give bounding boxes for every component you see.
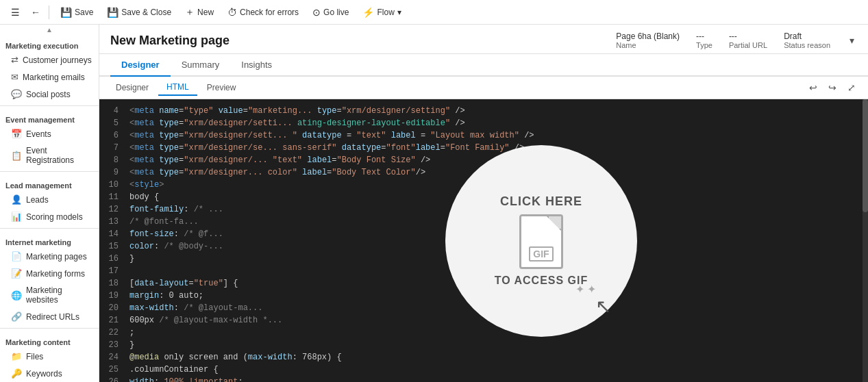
meta-type-value: ---: [696, 31, 712, 41]
line-number: 6: [99, 129, 124, 142]
sidebar-item-marketing-emails[interactable]: ✉ Marketing emails: [0, 68, 99, 86]
sidebar-item-scoring-models[interactable]: 📊 Scoring models: [0, 208, 99, 225]
sidebar-item-marketing-websites[interactable]: 🌐 Marketing websites: [0, 282, 99, 308]
section-marketing-execution: Marketing execution ⇄ Customer journeys …: [0, 35, 99, 103]
line-number: 14: [99, 228, 124, 240]
section-label-internet-marketing[interactable]: Internet marketing: [0, 231, 99, 248]
line-number: 7: [99, 142, 124, 154]
top-toolbar: ☰ ← 💾 Save 💾 Save & Close ＋ New ⏱ Check …: [0, 0, 868, 25]
sidebar-item-leads[interactable]: 👤 Leads: [0, 191, 99, 208]
code-editor[interactable]: 4567891011121314151617181920212223242526…: [99, 99, 868, 382]
line-number: 5: [99, 117, 124, 129]
meta-partial-url-label: Partial URL: [729, 41, 767, 49]
line-number: 20: [99, 302, 124, 314]
customer-journeys-icon: ⇄: [11, 55, 18, 65]
marketing-pages-icon: 📄: [11, 251, 22, 262]
code-line: .columnContainer {: [129, 364, 857, 376]
page-header: New Marketing page Page 6ha (Blank) Name…: [99, 25, 868, 54]
gif-file-icon: GIF: [519, 214, 563, 269]
content-area: New Marketing page Page 6ha (Blank) Name…: [99, 25, 868, 382]
files-icon: 📁: [11, 351, 22, 361]
redo-button[interactable]: ↪: [824, 79, 841, 96]
meta-name: Page 6ha (Blank) Name: [616, 31, 680, 49]
marketing-websites-icon: 🌐: [11, 290, 22, 301]
hamburger-menu[interactable]: ☰: [5, 4, 25, 21]
flow-button[interactable]: ⚡ Flow ▾: [357, 4, 406, 21]
go-live-icon: ⊙: [312, 7, 321, 18]
gif-overlay[interactable]: CLICK HERE GIF TO ACCESS GIF ✦ ✦ ↖: [445, 145, 637, 337]
section-divider-2: [0, 171, 99, 172]
back-button[interactable]: ←: [28, 4, 43, 21]
section-label-marketing-execution[interactable]: Marketing execution: [0, 35, 99, 51]
tab-insights[interactable]: Insights: [230, 54, 283, 77]
sub-tab-html[interactable]: HTML: [158, 79, 197, 96]
sidebar-item-social-posts[interactable]: 💬 Social posts: [0, 86, 99, 103]
expand-editor-button[interactable]: ⤢: [843, 79, 860, 96]
line-number: 8: [99, 154, 124, 166]
section-divider-3: [0, 228, 99, 229]
sidebar-item-marketing-pages[interactable]: 📄 Marketing pages: [0, 248, 99, 265]
section-label-marketing-content[interactable]: Marketing content: [0, 331, 99, 348]
events-icon: 📅: [11, 129, 22, 139]
leads-icon: 👤: [11, 194, 22, 205]
sidebar-item-customer-journeys[interactable]: ⇄ Customer journeys: [0, 51, 99, 68]
meta-type-label: Type: [696, 41, 712, 49]
scrollbar-thumb[interactable]: [863, 99, 868, 212]
check-errors-button[interactable]: ⏱ Check for errors: [222, 4, 304, 21]
sub-toolbar: Designer HTML Preview ↩ ↪ ⤢: [99, 77, 868, 99]
sidebar-item-redirect-urls[interactable]: 🔗 Redirect URLs: [0, 308, 99, 325]
scoring-models-icon: 📊: [11, 212, 22, 222]
line-number: 24: [99, 351, 124, 364]
line-number: 9: [99, 166, 124, 179]
meta-partial-url-value: ---: [729, 31, 767, 41]
section-label-event-management[interactable]: Event management: [0, 109, 99, 125]
sub-tab-preview[interactable]: Preview: [199, 80, 245, 95]
save-icon: 💾: [60, 7, 72, 18]
sub-toolbar-icons: ↩ ↪ ⤢: [805, 79, 860, 96]
section-label-lead-management[interactable]: Lead management: [0, 175, 99, 191]
page-meta: Page 6ha (Blank) Name --- Type --- Parti…: [616, 31, 857, 49]
line-number: 18: [99, 277, 124, 290]
line-number: 11: [99, 191, 124, 203]
go-live-button[interactable]: ⊙ Go live: [307, 4, 354, 21]
new-button[interactable]: ＋ New: [179, 3, 219, 21]
undo-button[interactable]: ↩: [805, 79, 821, 96]
tab-summary[interactable]: Summary: [171, 54, 231, 77]
section-lead-management: Lead management 👤 Leads 📊 Scoring models: [0, 175, 99, 225]
page-title: New Marketing page: [110, 34, 230, 48]
save-close-icon: 💾: [107, 7, 119, 18]
sidebar-item-events[interactable]: 📅 Events: [0, 125, 99, 142]
sidebar-item-files[interactable]: 📁 Files: [0, 348, 99, 365]
sub-tab-designer[interactable]: Designer: [108, 80, 157, 95]
social-posts-icon: 💬: [11, 89, 22, 99]
line-number: 19: [99, 290, 124, 302]
line-numbers: 4567891011121314151617181920212223242526…: [99, 99, 124, 382]
sidebar-item-event-registrations[interactable]: 📋 Event Registrations: [0, 142, 99, 168]
flow-chevron: ▾: [397, 8, 401, 17]
code-line: ;: [129, 327, 857, 339]
main-tabs: Designer Summary Insights: [99, 54, 868, 77]
line-number: 10: [99, 179, 124, 191]
meta-status-label: Status reason: [784, 41, 830, 49]
sidebar-item-keywords[interactable]: 🔑 Keywords: [0, 365, 99, 382]
sparkle-icon: ✦ ✦: [575, 283, 596, 296]
line-number: 16: [99, 253, 124, 265]
meta-name-value: Page 6ha (Blank): [616, 31, 680, 41]
gif-click-text: CLICK HERE: [500, 194, 582, 209]
line-number: 17: [99, 265, 124, 277]
code-line: <meta type="xrm/designer/setti... ating-…: [129, 117, 857, 129]
save-button[interactable]: 💾 Save: [55, 4, 99, 21]
editor-scrollbar[interactable]: [863, 99, 868, 382]
tab-designer[interactable]: Designer: [110, 54, 171, 77]
code-line: width: 100% !important;: [129, 376, 857, 382]
sidebar-item-marketing-forms[interactable]: 📝 Marketing forms: [0, 265, 99, 282]
meta-status: Draft Status reason: [784, 31, 830, 49]
meta-partial-url: --- Partial URL: [729, 31, 767, 49]
new-icon: ＋: [185, 6, 195, 18]
save-close-button[interactable]: 💾 Save & Close: [101, 4, 177, 21]
marketing-forms-icon: 📝: [11, 268, 22, 279]
line-number: 15: [99, 240, 124, 253]
gif-label: GIF: [529, 246, 553, 262]
flow-icon: ⚡: [362, 7, 374, 18]
expand-button[interactable]: ▾: [847, 32, 857, 49]
